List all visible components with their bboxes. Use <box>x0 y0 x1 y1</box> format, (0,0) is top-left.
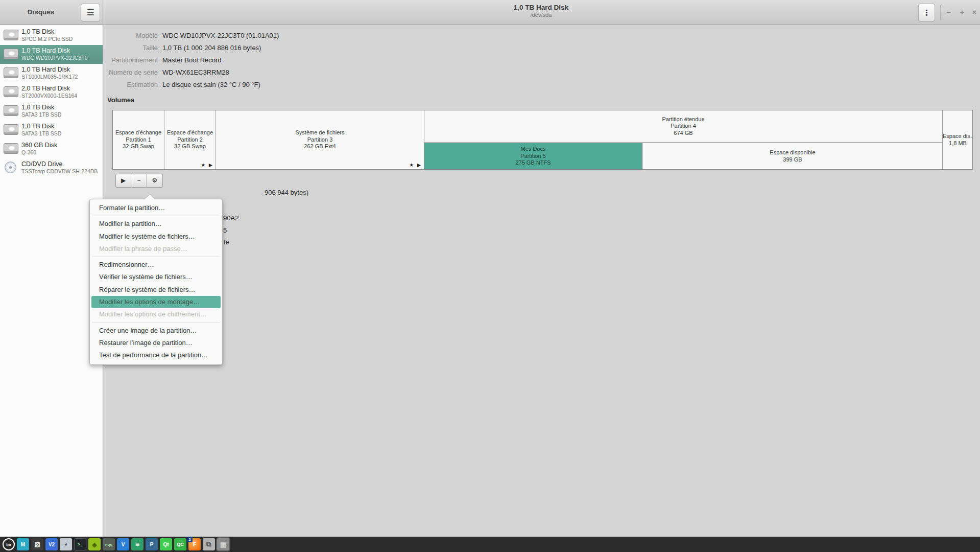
menu-separator <box>92 257 220 257</box>
disk-title: 1,0 TB Hard Disk <box>21 47 101 55</box>
gray-pixel-app-icon[interactable]: ⧉ <box>203 538 215 550</box>
sidebar-item-disk[interactable]: 1,0 TB Hard Disk ST1000LM035-1RK172 <box>0 64 103 83</box>
hard-disk-icon <box>4 49 18 59</box>
disk-title: 360 GB Disk <box>21 141 101 149</box>
partition-2-segment[interactable]: Espace d'échange Partition 2 32 GB Swap … <box>164 110 216 169</box>
disk-subtitle: TSSTcorp CDDVDW SH-224DB <box>21 168 101 175</box>
volumes-heading: Volumes <box>107 96 134 104</box>
qtcreator-icon[interactable]: Qt <box>160 538 172 550</box>
sidebar-item-disk-selected[interactable]: 1,0 TB Hard Disk WDC WD10JPVX-22JC3T0 <box>0 45 103 64</box>
notification-badge: 2 <box>187 537 193 542</box>
menu-item-resize[interactable]: Redimensionner… <box>91 259 221 271</box>
partition-options-menu: Formater la partition… Modifier la parti… <box>89 199 223 365</box>
menu-item-edit-filesystem[interactable]: Modifier le système de fichiers… <box>91 231 221 243</box>
sidebar-item-disk[interactable]: 360 GB Disk Q-360 <box>0 140 103 158</box>
menu-item-repair-filesystem[interactable]: Réparer le système de fichiers… <box>91 284 221 296</box>
mint-menu-icon[interactable]: lm <box>3 538 15 550</box>
hard-disk-icon <box>4 105 18 116</box>
partial-uuid-text: 90A2 <box>223 214 238 222</box>
disk-title: 1,0 TB Disk <box>21 28 101 36</box>
notepadqq-icon[interactable]: nqq <box>103 538 115 550</box>
disk-title: 1,0 TB Disk <box>21 122 101 130</box>
hard-disk-icon <box>4 30 18 40</box>
info-value: Le disque est sain (32 °C / 90 °F) <box>162 81 260 88</box>
info-value: WDC WD10JPVX-22JC3T0 (01.01A01) <box>162 32 279 39</box>
disk-title: 1,0 TB Disk <box>21 103 101 111</box>
taskbar-launchers: lm M ⊠ V2 ⚡ >_ ◆ nqq V ≡ P Qt QC F 2 ⧉ ▤ <box>3 538 229 550</box>
partition-1-segment[interactable]: Espace d'échange Partition 1 32 GB Swap <box>113 110 164 169</box>
sidebar-item-disk[interactable]: 1,0 TB Disk SATA3 1TB SSD <box>0 102 103 121</box>
partition-4-segment[interactable]: Partition étendue Partition 4 674 GB <box>424 110 942 143</box>
sidebar-item-cdrom[interactable]: CD/DVD Drive TSSTcorp CDDVDW SH-224DB <box>0 158 103 177</box>
remote-desktop-icon[interactable]: ⚡ <box>60 538 72 550</box>
info-value: WD-WX61EC3RRM28 <box>162 68 229 76</box>
app-title: Disques <box>0 8 82 16</box>
delete-partition-button[interactable]: − <box>131 174 147 188</box>
hard-disk-icon <box>4 86 18 97</box>
info-label: Partitionnement <box>107 56 158 64</box>
partition-3-segment[interactable]: Système de fichiers Partition 3 262 GB E… <box>216 110 424 169</box>
disk-title: CD/DVD Drive <box>21 160 101 168</box>
partition-options-button[interactable]: ⚙ <box>147 174 163 188</box>
sidebar-header: Disques ☰ <box>0 0 103 25</box>
window-title: 1,0 TB Hard Disk <box>103 4 979 11</box>
terminal-icon[interactable]: >_ <box>74 538 86 550</box>
disk-subtitle: WDC WD10JPVX-22JC3T0 <box>21 55 101 61</box>
disk-subtitle: SPCC M.2 PCIe SSD <box>21 36 101 42</box>
disk-list-sidebar: 1,0 TB Disk SPCC M.2 PCIe SSD 1,0 TB Har… <box>0 25 103 537</box>
disk-subtitle: ST1000LM035-1RK172 <box>21 74 101 80</box>
hamburger-menu-button[interactable]: ☰ <box>81 4 100 21</box>
firefox-icon[interactable]: F 2 <box>188 538 201 550</box>
menu-item-format-partition[interactable]: Formater la partition… <box>91 202 221 214</box>
sidebar-item-disk[interactable]: 1,0 TB Disk SPCC M.2 PCIe SSD <box>0 26 103 45</box>
hard-disk-icon <box>4 67 18 78</box>
gnome-disks-window: Disques ☰ 1,0 TB Hard Disk /dev/sda ⋮ − … <box>0 0 980 552</box>
green-cube-app-icon[interactable]: ◆ <box>88 538 101 550</box>
v2-app-icon[interactable]: V2 <box>45 538 58 550</box>
info-label: Modèle <box>107 32 158 39</box>
taskbar: lm M ⊠ V2 ⚡ >_ ◆ nqq V ≡ P Qt QC F 2 ⧉ ▤… <box>0 537 980 552</box>
menu-item-edit-mount-options[interactable]: Modifier les options de montage… <box>91 296 221 308</box>
gnome-disks-taskbar-icon[interactable]: ▤ <box>217 538 229 550</box>
partial-device-text: 5 <box>223 226 227 234</box>
partial-content-text: té <box>224 238 229 246</box>
qcad-icon[interactable]: QC <box>174 538 186 550</box>
info-label: Estimation <box>107 81 158 88</box>
disk-subtitle: ST2000VX000-1ES164 <box>21 93 101 99</box>
partition-5-segment-selected[interactable]: Mes Docs Partition 5 275 GB NTFS <box>424 143 642 169</box>
menu-item-restore-partition-image[interactable]: Restaurer l’image de partition… <box>91 337 221 349</box>
menu-separator <box>92 216 220 216</box>
menu-item-edit-partition[interactable]: Modifier la partition… <box>91 218 221 230</box>
disk-title: 2,0 TB Hard Disk <box>21 84 101 93</box>
info-label: Numéro de série <box>107 68 158 76</box>
menu-item-edit-encryption-options: Modifier les options de chiffrement… <box>91 308 221 320</box>
menu-item-check-filesystem[interactable]: Vérifier le système de fichiers… <box>91 271 221 283</box>
sidebar-item-disk[interactable]: 2,0 TB Hard Disk ST2000VX000-1ES164 <box>0 83 103 102</box>
kebab-menu-button[interactable]: ⋮ <box>918 4 935 21</box>
close-button[interactable]: × <box>968 6 980 18</box>
menu-item-create-partition-image[interactable]: Créer une image de la partition… <box>91 325 221 337</box>
play-icon: ▶ <box>121 177 126 184</box>
maximize-button[interactable]: + <box>956 6 968 18</box>
stacked-layers-app-icon[interactable]: ≡ <box>131 538 144 550</box>
info-value: 1,0 TB (1 000 204 886 016 bytes) <box>162 44 261 52</box>
headerbar: Disques ☰ 1,0 TB Hard Disk /dev/sda ⋮ − … <box>0 0 980 25</box>
vscode-icon[interactable]: V <box>117 538 129 550</box>
x11-app-icon[interactable]: ⊠ <box>31 538 43 550</box>
info-value: Master Boot Record <box>162 56 222 64</box>
partition-flags-icons: ★ ▶ <box>201 162 213 168</box>
mount-button[interactable]: ▶ <box>115 174 131 188</box>
optical-disc-icon <box>5 162 16 173</box>
partition-flags-icons: ★ ▶ <box>410 162 422 168</box>
disk-subtitle: SATA3 1TB SSD <box>21 111 101 118</box>
sidebar-item-disk[interactable]: 1,0 TB Disk SATA3 1TB SSD <box>0 121 103 140</box>
hard-disk-icon <box>4 124 18 135</box>
free-space-segment[interactable]: Espace disponible 399 GB <box>642 143 942 169</box>
postgresql-icon[interactable]: P <box>146 538 158 550</box>
menu-item-benchmark-partition[interactable]: Test de performance de la partition… <box>91 349 221 361</box>
volume-toolbar: ▶ − ⚙ <box>115 174 163 188</box>
minimize-button[interactable]: − <box>943 6 955 18</box>
disk-subtitle: Q-360 <box>21 149 101 156</box>
wave-editor-icon[interactable]: M <box>17 538 29 550</box>
free-space-small-segment[interactable]: Espace dis… 1,8 MB <box>943 110 973 169</box>
